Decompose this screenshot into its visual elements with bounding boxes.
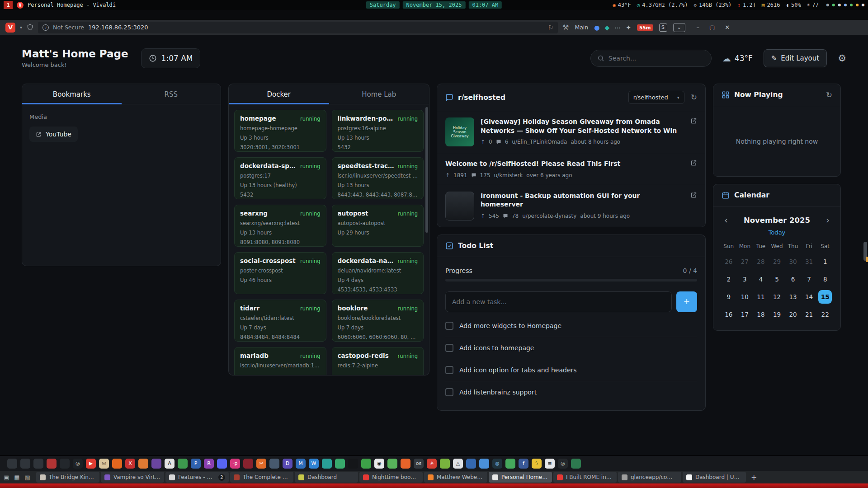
app-icon[interactable]: ✳	[427, 459, 437, 469]
external-link-icon[interactable]	[690, 160, 697, 178]
tab-docker[interactable]: Docker	[229, 84, 329, 104]
external-link-icon[interactable]	[690, 192, 697, 221]
post-title[interactable]: Welcome to /r/SelfHosted! Please Read Th…	[445, 160, 684, 169]
browser-tab[interactable]: Dashboard	[295, 472, 358, 483]
calendar-day[interactable]: 4	[754, 272, 768, 286]
tray-icon[interactable]: ●	[844, 3, 847, 7]
app-icon[interactable]: X	[125, 459, 135, 469]
app-icon[interactable]	[466, 459, 476, 469]
app-icon[interactable]: -p	[230, 459, 240, 469]
app-icon[interactable]: M	[296, 459, 306, 469]
docker-container-card[interactable]: linkwarden-postg... running postgres:16-…	[332, 110, 424, 152]
app-icon[interactable]	[479, 459, 489, 469]
scissors-icon[interactable]: ✂	[256, 459, 266, 469]
app-icon[interactable]: W	[309, 459, 319, 469]
app-icon[interactable]: A	[165, 459, 175, 469]
session-badge[interactable]: S	[659, 23, 667, 32]
post-title[interactable]: [Giveaway] Holiday Season Giveaway from …	[481, 117, 684, 135]
post-title[interactable]: Ironmount - Backup automation GUI for yo…	[481, 192, 684, 209]
prev-month-icon[interactable]: ‹	[721, 215, 731, 225]
reddit-post[interactable]: Welcome to /r/SelfHosted! Please Read Th…	[437, 153, 705, 185]
calendar-day[interactable]: 3	[738, 272, 751, 286]
calendar-day[interactable]: 12	[770, 290, 783, 304]
app-icon[interactable]	[60, 459, 70, 469]
app-icon[interactable]	[440, 459, 450, 469]
app-icon[interactable]: os	[414, 459, 424, 469]
calendar-day[interactable]: 18	[754, 308, 768, 321]
todo-checkbox[interactable]	[445, 388, 453, 396]
folder-icon[interactable]	[7, 459, 17, 469]
app-icon[interactable]	[335, 459, 345, 469]
browser-tab[interactable]: Vampire so Virtuous...	[101, 472, 164, 483]
extension-icon[interactable]: ⋯	[614, 24, 621, 31]
edit-layout-button[interactable]: ✎ Edit Layout	[764, 49, 827, 67]
calendar-day[interactable]: 30	[786, 255, 800, 268]
calendar-day[interactable]: 15	[818, 290, 832, 304]
app-icon[interactable]	[243, 459, 253, 469]
extension-icon[interactable]: ✦	[626, 24, 631, 31]
calendar-day[interactable]: 17	[738, 308, 751, 321]
calendar-day[interactable]: 20	[786, 308, 800, 321]
shield-icon[interactable]	[27, 24, 33, 31]
calendar-day[interactable]: 14	[802, 290, 816, 304]
calendar-day[interactable]: 5	[770, 272, 783, 286]
docker-container-card[interactable]: homepage running homepage-homepage Up 3 …	[234, 110, 326, 152]
extension-icon[interactable]: ●	[594, 24, 599, 31]
browser-tab[interactable]: Features - pres... 2	[165, 472, 229, 483]
downloads-dropdown[interactable]: ⌄	[673, 23, 685, 32]
search-box[interactable]	[590, 50, 712, 67]
todo-checkbox[interactable]	[445, 322, 453, 330]
app-icon[interactable]	[505, 459, 515, 469]
calendar-day[interactable]: 13	[786, 290, 800, 304]
panel-toggle-icon[interactable]: ▦	[14, 474, 19, 481]
next-month-icon[interactable]: ›	[822, 215, 833, 225]
reddit-post[interactable]: Ironmount - Backup automation GUI for yo…	[437, 185, 705, 227]
docker-container-card[interactable]: autopost running autopost-autopost Up 29…	[332, 205, 424, 247]
app-icon[interactable]	[387, 459, 397, 469]
docker-container-card[interactable]: tidarr running cstaelen/tidarr:latest Up…	[234, 300, 326, 342]
app-icon[interactable]: △	[453, 459, 463, 469]
docker-container-card[interactable]: speedtest-tracker running lscr.io/linuxs…	[332, 157, 424, 199]
settings-gear-icon[interactable]: ⚙	[838, 53, 846, 64]
menu-caret-icon[interactable]: ▾	[20, 25, 22, 30]
vivaldi-menu-button[interactable]: V	[5, 23, 15, 33]
bookmark-flag-icon[interactable]: ⚐	[547, 24, 553, 31]
panel-toggle-icon[interactable]: ▧	[25, 474, 30, 481]
target-icon[interactable]: ◎	[73, 459, 83, 469]
app-icon[interactable]: R	[204, 459, 214, 469]
docker-container-card[interactable]: dockerdata-navid... running deluan/navid…	[332, 252, 424, 294]
docker-container-card[interactable]: searxng running searxng/searxng:latest U…	[234, 205, 326, 247]
refresh-icon[interactable]: ↻	[691, 94, 697, 101]
browser-icon[interactable]	[112, 459, 122, 469]
discord-icon[interactable]	[217, 459, 227, 469]
browser-tab[interactable]: Dashboard | Umami	[683, 472, 746, 483]
github-icon[interactable]: ◉	[374, 459, 384, 469]
calendar-day[interactable]: 16	[722, 308, 736, 321]
folder-icon[interactable]	[33, 459, 43, 469]
address-field[interactable]: i Not Secure 192.168.86.25:3020 ⚐	[38, 22, 558, 33]
extension-icon[interactable]: ◆	[604, 24, 609, 31]
calendar-day[interactable]: 2	[722, 272, 736, 286]
reddit-post[interactable]: Holiday Season Giveaway [Giveaway] Holid…	[437, 111, 705, 153]
mail-icon[interactable]: ✉	[99, 459, 109, 469]
docker-scrollbar[interactable]	[425, 107, 428, 233]
external-link-icon[interactable]	[690, 117, 697, 146]
search-input[interactable]	[609, 55, 705, 62]
calendar-day[interactable]: 29	[770, 255, 783, 268]
info-icon[interactable]: i	[42, 24, 49, 31]
tray-icon[interactable]: ●	[838, 3, 841, 7]
profile-label[interactable]: Main	[575, 24, 588, 31]
app-icon[interactable]: ≡	[545, 459, 555, 469]
youtube-icon[interactable]: ▶	[86, 459, 96, 469]
calendar-day[interactable]: 7	[802, 272, 816, 286]
tray-icon[interactable]: ●	[862, 3, 864, 7]
app-icon[interactable]: ϟ	[532, 459, 542, 469]
calendar-day[interactable]: 6	[786, 272, 800, 286]
app-icon[interactable]	[138, 459, 148, 469]
calendar-day[interactable]: 1	[818, 255, 832, 268]
todo-checkbox[interactable]	[445, 344, 453, 352]
close-button[interactable]: ✕	[725, 24, 730, 31]
browser-tab[interactable]: glanceapp/communi...	[618, 472, 681, 483]
calendar-day[interactable]: 9	[722, 290, 736, 304]
docker-container-card[interactable]: castopod-redis running redis:7.2-alpine	[332, 347, 424, 375]
